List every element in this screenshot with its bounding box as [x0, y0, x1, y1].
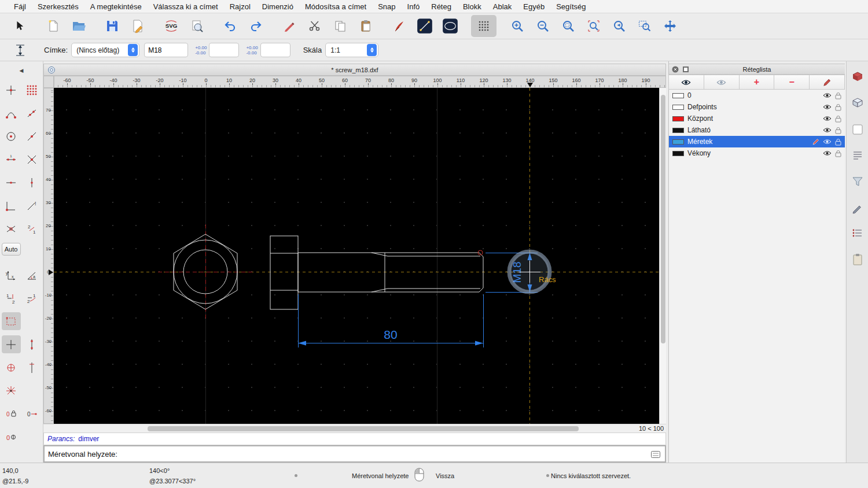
ellipse-tool-button[interactable] — [437, 15, 463, 37]
panel-close-icon[interactable] — [672, 66, 679, 73]
pan-button[interactable] — [657, 15, 683, 37]
select-window-button[interactable] — [2, 312, 21, 330]
layer-visibility-eye-icon[interactable] — [823, 127, 832, 133]
layer-row[interactable]: 0 — [669, 90, 845, 101]
menu-item[interactable]: Réteg — [425, 2, 457, 11]
layer-lock-icon[interactable] — [835, 138, 841, 146]
layer-visibility-eye-icon[interactable] — [823, 116, 832, 121]
print-preview-button[interactable] — [184, 15, 209, 37]
new-file-button[interactable] — [41, 15, 66, 37]
layer-visibility-eye-icon[interactable] — [823, 93, 832, 98]
layer-visibility-eye-icon[interactable] — [823, 150, 832, 156]
coordinates-polar-button[interactable]: a — [23, 266, 42, 284]
save-file-button[interactable] — [100, 15, 125, 37]
menu-item[interactable]: Rajzol — [224, 2, 256, 11]
layer-row[interactable]: Vékony — [669, 147, 845, 159]
collapse-toolbar-button[interactable]: ◀ — [3, 66, 40, 75]
grid-toggle-button[interactable] — [471, 15, 496, 37]
snap-auto-button[interactable]: Auto — [2, 243, 21, 256]
keyboard-toggle-icon[interactable] — [651, 451, 660, 458]
snap-grid-button[interactable] — [23, 81, 42, 99]
layer-visibility-eye-icon[interactable] — [823, 104, 832, 110]
snap-distance-button[interactable]: 1 — [2, 150, 21, 168]
layer-lock-icon[interactable] — [835, 115, 841, 123]
layer-lock-icon[interactable] — [835, 150, 841, 157]
add-layer-button[interactable]: + — [739, 75, 775, 90]
dock-clipboard-button[interactable] — [849, 252, 866, 268]
snap-zero-button[interactable]: 0 — [2, 428, 21, 446]
tolerance-upper-input[interactable] — [209, 43, 239, 57]
menu-item[interactable]: Egyéb — [517, 2, 550, 11]
pencil-edit-button[interactable] — [277, 15, 302, 37]
zoom-selected-button[interactable] — [581, 15, 606, 37]
layer-edit-pencil-icon[interactable] — [812, 138, 819, 145]
hide-all-layers-button[interactable] — [704, 75, 740, 90]
menu-item[interactable]: Fájl — [8, 2, 32, 11]
dock-command-button[interactable] — [849, 147, 866, 164]
remove-layer-button[interactable]: − — [774, 75, 810, 90]
dock-pen-palette-button[interactable] — [849, 199, 866, 216]
menu-item[interactable]: A megtekintése — [84, 2, 148, 11]
snap-middle-button[interactable] — [23, 127, 42, 145]
dock-blocks-button[interactable] — [849, 69, 866, 86]
set-relative-zero-button[interactable] — [2, 335, 21, 353]
layer-visibility-eye-icon[interactable] — [823, 139, 832, 145]
edit-document-button[interactable] — [125, 15, 150, 37]
menu-item[interactable]: Snap — [372, 2, 401, 11]
paste-button[interactable] — [353, 15, 378, 37]
layer-row[interactable]: Méretek — [669, 136, 845, 147]
pen-tool-button[interactable] — [387, 15, 412, 37]
polyline-tool-button[interactable] — [412, 15, 437, 37]
scale-select[interactable]: 1:1 — [325, 43, 378, 57]
layer-lock-icon[interactable] — [835, 103, 841, 111]
zoom-in-button[interactable] — [505, 15, 530, 37]
relative-coordinates-cartesian-button[interactable]: 12 — [2, 289, 21, 307]
restrict-nothing-button[interactable]: ! — [23, 197, 42, 215]
relative-zero-display-button[interactable]: 0 — [23, 405, 42, 423]
snap-center-button[interactable] — [2, 127, 21, 145]
menu-item[interactable]: Szerkesztés — [32, 2, 84, 11]
coordinates-cartesian-button[interactable]: yx — [2, 266, 21, 284]
layer-row[interactable]: Látható — [669, 124, 845, 136]
snap-on-entity-button[interactable] — [23, 104, 42, 122]
zoom-out-button[interactable] — [530, 15, 556, 37]
prefix-select[interactable]: (Nincs előtag) — [71, 43, 139, 57]
rays-button[interactable] — [2, 382, 21, 400]
tolerance-lower-input[interactable] — [260, 43, 290, 57]
zoom-previous-button[interactable] — [606, 15, 632, 37]
menu-item[interactable]: Segítség — [550, 2, 591, 11]
construction-guide-button[interactable] — [23, 335, 42, 353]
layer-lock-icon[interactable] — [835, 92, 841, 99]
export-svg-button[interactable]: SVG — [159, 15, 184, 37]
restrict-orthogonal-button[interactable] — [2, 197, 21, 215]
dock-library-button[interactable] — [849, 95, 866, 112]
relative-zero-marker-button[interactable] — [2, 358, 21, 376]
command-input[interactable]: Méretvonal helyzete: — [43, 445, 666, 463]
menu-item[interactable]: Válassza ki a címet — [148, 2, 224, 11]
pointer-tool-button[interactable] — [7, 15, 32, 37]
open-file-button[interactable] — [66, 15, 91, 37]
redo-button[interactable] — [243, 15, 269, 37]
show-all-layers-button[interactable] — [668, 75, 704, 90]
layer-lock-icon[interactable] — [835, 127, 841, 134]
layer-row[interactable]: Defpoints — [669, 101, 845, 113]
restrict-vertical-button[interactable] — [23, 173, 42, 191]
menu-item[interactable]: Dimenzió — [256, 2, 299, 11]
undo-button[interactable] — [218, 15, 243, 37]
vertical-guide-button[interactable] — [23, 358, 42, 376]
snap-intersection-button[interactable] — [23, 150, 42, 168]
dock-properties-button[interactable] — [849, 121, 866, 138]
copy-button[interactable] — [328, 15, 353, 37]
edit-layer-button[interactable] — [809, 75, 845, 90]
menu-item[interactable]: Blokk — [457, 2, 487, 11]
dimension-label-input[interactable] — [144, 43, 188, 57]
vertical-scrollbar-thumb[interactable] — [661, 95, 665, 343]
menu-item[interactable]: Módosítsa a címet — [299, 2, 372, 11]
zoom-window-button[interactable] — [632, 15, 657, 37]
restrict-horizontal-button[interactable] — [2, 173, 21, 191]
cut-button[interactable] — [302, 15, 328, 37]
zoom-auto-button[interactable] — [556, 15, 581, 37]
horizontal-scrollbar-thumb[interactable] — [148, 426, 579, 431]
vertical-scrollbar[interactable] — [659, 88, 666, 424]
drawing-canvas[interactable]: 80 M18 Rács — [54, 88, 659, 424]
